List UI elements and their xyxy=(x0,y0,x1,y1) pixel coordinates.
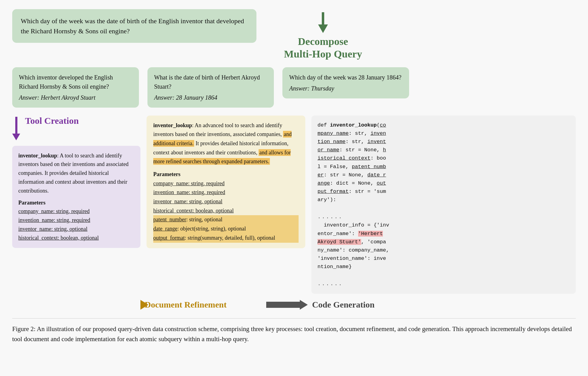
code-sig-9: put_format: str = 'sum xyxy=(318,187,570,196)
code-arrow-body xyxy=(266,302,300,308)
refined-param-3: inventor_name: string, optional xyxy=(153,197,299,206)
code-sig-10: ary'): xyxy=(318,196,570,204)
sub-query-1-question: Which inventor developed the English Ric… xyxy=(19,73,132,91)
code-body-1: inventor_info = {'inv xyxy=(318,221,570,229)
rp7-name: output_format xyxy=(153,235,185,241)
main-container: Which day of the week was the date of bi… xyxy=(12,9,576,345)
cu-date: date_r xyxy=(367,172,386,178)
cu-out: out xyxy=(377,180,386,186)
code-body-5: 'invention_name': inve xyxy=(318,254,570,263)
code-sig-8: ange: dict = None, out xyxy=(318,179,570,187)
rp4-name: historical_context xyxy=(153,208,193,214)
cu-company: co xyxy=(380,122,386,128)
refined-params-header: Parameters xyxy=(153,170,299,179)
cu-er: er xyxy=(318,172,324,178)
code-body-3: Akroyd Stuart', 'compa xyxy=(318,238,570,246)
decompose-arrow-line xyxy=(322,12,324,24)
refined-param-6: date_range: object(string, string), opti… xyxy=(153,224,299,234)
basic-param-2: invention_name: string, required xyxy=(18,216,134,225)
code-dots-1: ...... xyxy=(318,212,570,221)
cu-inven: inven xyxy=(370,131,386,136)
basic-params-header: Parameters xyxy=(18,198,134,207)
main-query-box: Which day of the week was the date of bi… xyxy=(12,9,256,43)
code-body-4: ny_name': company_name, xyxy=(318,246,570,254)
code-arrow-head xyxy=(300,300,308,310)
main-query-text: Which day of the week was the date of bi… xyxy=(21,17,244,35)
cu-h: h xyxy=(383,147,386,153)
right-column: def inventor_lookup(co mpany_name: str, … xyxy=(311,116,576,294)
left-column: Tool Creation inventor_lookup: A tool to… xyxy=(12,116,140,248)
main-middle-row: Tool Creation inventor_lookup: A tool to… xyxy=(12,116,576,294)
code-box: def inventor_lookup(co mpany_name: str, … xyxy=(311,116,576,294)
rp6-name: date_range xyxy=(153,226,177,232)
code-gen-arrow-section: Code Generation xyxy=(266,300,375,310)
refined-tool-box: inventor_lookup: An advanced tool to sea… xyxy=(147,116,305,248)
rp3-name: inventor_name xyxy=(153,198,186,205)
code-gen-label: Code Generation xyxy=(312,300,375,310)
refined-param-5: patent_number: string, optional xyxy=(153,215,299,224)
code-sig-5: istorical_context: boo xyxy=(318,154,570,162)
cu-ange: ange xyxy=(318,180,330,186)
code-pink-2: Akroyd Stuart' xyxy=(318,239,361,245)
basic-tool-name: inventor_lookup xyxy=(18,153,57,159)
sub-query-2-answer: Answer: 28 January 1864 xyxy=(154,93,267,102)
decompose-title: DecomposeMulti-Hop Query xyxy=(284,35,362,61)
cu-tion: tion_name xyxy=(318,139,346,145)
sub-query-2-question: What is the date of birth of Herbert Akr… xyxy=(154,73,267,91)
code-body-6: ntion_name} xyxy=(318,263,570,271)
doc-refinement-label: Document Refinement xyxy=(145,300,227,310)
code-dots-2: ...... xyxy=(318,279,570,288)
code-sig-7: er: str = None, date_r xyxy=(318,171,570,179)
cu-patent: patent_numb xyxy=(352,164,386,170)
tool-creation-arrow xyxy=(12,117,20,140)
sub-query-1-answer: Answer: Herbert Akroyd Stuart xyxy=(19,93,132,102)
refined-param-1: company_name: string, required xyxy=(153,179,299,188)
code-pink-1: 'Herbert xyxy=(358,231,383,237)
doc-refinement-arrow-section: Document Refinement xyxy=(140,300,227,310)
sub-query-3-question: Which day of the week was 28 January 186… xyxy=(289,73,402,82)
tc-arrow-head xyxy=(12,134,20,140)
tc-arrow-line xyxy=(15,117,17,134)
code-sig-6: l = False, patent_numb xyxy=(318,163,570,171)
basic-param-3: inventor_name: string, optional xyxy=(18,225,134,234)
rp5-name: patent_number xyxy=(153,216,186,223)
code-sig-3: tion_name: str, invent xyxy=(318,138,570,146)
figure-caption-text: Figure 2: An illustration of our propose… xyxy=(12,325,572,343)
refined-param-2: invention_name: string, required xyxy=(153,188,299,197)
refined-tool-name: inventor_lookup xyxy=(153,122,192,128)
code-sig-4: or_name: str = None, h xyxy=(318,146,570,154)
code-sig-start: def inventor_lookup(co xyxy=(318,121,570,129)
cu-or: or_name xyxy=(318,147,339,153)
basic-param-1: company_name: string, required xyxy=(18,207,134,216)
decompose-arrow-head xyxy=(318,24,328,33)
basic-param-4: historical_context: boolean, optional xyxy=(18,234,134,242)
code-body-2: entor_name': 'Herbert xyxy=(318,230,570,238)
refined-param-7: output_format: string(summary, detailed,… xyxy=(153,234,299,243)
tool-creation-title: Tool Creation xyxy=(25,116,79,126)
sub-query-2: What is the date of birth of Herbert Akr… xyxy=(147,67,274,108)
tool-creation-header: Tool Creation xyxy=(12,116,79,140)
refined-param-4: historical_context: boolean, optional xyxy=(153,206,299,216)
figure-caption: Figure 2: An illustration of our propose… xyxy=(12,318,576,345)
sub-query-1: Which inventor developed the English Ric… xyxy=(12,67,139,108)
sub-queries-row: Which inventor developed the English Ric… xyxy=(12,67,409,108)
cu-put: put_format xyxy=(318,189,349,194)
cu-invent: invent xyxy=(367,139,386,145)
bottom-arrows-row: Document Refinement Code Generation xyxy=(12,300,576,310)
middle-column: inventor_lookup: An advanced tool to sea… xyxy=(147,116,305,248)
rp2-name: invention_name xyxy=(153,189,189,195)
top-row: Which day of the week was the date of bi… xyxy=(12,9,576,61)
code-sig-2: mpany_name: str, inven xyxy=(318,129,570,138)
cu-ist: istorical_context xyxy=(318,155,370,161)
basic-tool-box: inventor_lookup: A tool to search and id… xyxy=(12,146,140,248)
sub-query-3: Which day of the week was 28 January 186… xyxy=(282,67,409,98)
cu-company2: mpany_name xyxy=(318,131,349,136)
decompose-section: DecomposeMulti-Hop Query xyxy=(284,12,362,61)
sub-query-3-answer: Answer: Thursday xyxy=(289,84,402,93)
rp1-name: company_name xyxy=(153,180,188,186)
